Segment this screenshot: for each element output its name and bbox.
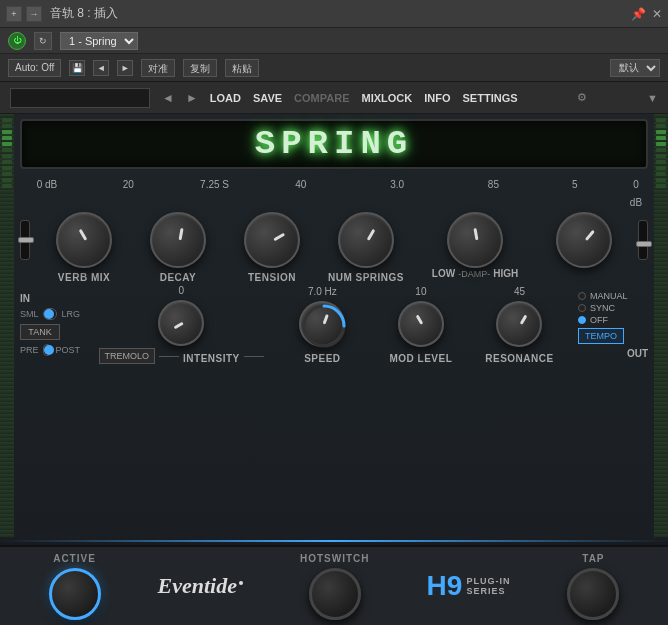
vu-seg bbox=[656, 142, 666, 146]
intensity-knob[interactable] bbox=[158, 300, 204, 346]
mod-level-knob[interactable] bbox=[398, 301, 444, 347]
knob-group-tension: TENSION bbox=[232, 212, 312, 283]
mixlock-btn[interactable]: MIXLOCK bbox=[362, 92, 413, 104]
wave-line bbox=[0, 540, 668, 542]
gear-icon[interactable]: ⚙ bbox=[577, 91, 587, 104]
tension-label: TENSION bbox=[248, 272, 296, 283]
load-btn[interactable]: LOAD bbox=[210, 92, 241, 104]
dui-btn[interactable]: 对准 bbox=[141, 59, 175, 77]
vu-seg bbox=[2, 130, 12, 134]
vu-seg bbox=[656, 136, 666, 140]
save-btn[interactable]: SAVE bbox=[253, 92, 282, 104]
close-button[interactable]: ✕ bbox=[652, 7, 662, 21]
pre-post-toggle[interactable] bbox=[43, 344, 52, 356]
track-name-dropdown[interactable]: 1 - Spring bbox=[60, 32, 138, 50]
arrow-button[interactable]: → bbox=[26, 6, 42, 22]
verb-mix-value: 0 dB bbox=[37, 179, 58, 190]
h9-badge: H9 PLUG-IN SERIES bbox=[427, 570, 511, 602]
hotswitch-knob[interactable] bbox=[309, 568, 361, 620]
decay-knob[interactable] bbox=[150, 212, 206, 268]
cycle-button[interactable]: ↻ bbox=[34, 32, 52, 50]
brand-area: Eventide bbox=[158, 573, 243, 599]
plugin-toolbar: ◄ ► LOAD SAVE COMPARE MIXLOCK INFO SETTI… bbox=[0, 82, 668, 114]
nav-right[interactable]: ► bbox=[186, 91, 198, 105]
vu-seg bbox=[2, 124, 12, 128]
pin-button[interactable]: 📌 bbox=[631, 7, 646, 21]
auto-off-label: Auto: Off bbox=[8, 59, 61, 77]
knob-group-intensity bbox=[141, 300, 221, 346]
display-area: SPRING bbox=[20, 114, 648, 174]
power-button[interactable]: ⏻ bbox=[8, 32, 26, 50]
knob-group-num-springs: NUM SPRINGS bbox=[326, 212, 406, 283]
knob-group-mod-level bbox=[381, 301, 461, 347]
tension-knob[interactable] bbox=[244, 212, 300, 268]
off-radio-dot bbox=[578, 316, 586, 324]
tap-knob[interactable] bbox=[567, 568, 619, 620]
eventide-text: Eventide bbox=[158, 573, 237, 598]
tempo-button[interactable]: TEMPO bbox=[578, 328, 624, 344]
add-button[interactable]: + bbox=[6, 6, 22, 22]
vu-seg bbox=[2, 166, 12, 170]
out-label: OUT bbox=[627, 348, 648, 359]
resonance-value: 45 bbox=[514, 286, 525, 297]
tremolo-line2 bbox=[244, 356, 264, 357]
in-label: IN bbox=[20, 293, 30, 304]
wave-divider bbox=[0, 537, 668, 545]
speed-knob[interactable] bbox=[299, 301, 345, 347]
manual-radio-dot bbox=[578, 292, 586, 300]
dropdown-arrow[interactable]: ▼ bbox=[647, 92, 658, 104]
input-slider[interactable] bbox=[20, 220, 30, 260]
manual-radio-label: MANUAL bbox=[590, 291, 628, 301]
title-bar-icons: + → bbox=[6, 6, 42, 22]
knob-row-1: VERB MIX DECAY TENSION NUM SPRINGS bbox=[20, 212, 648, 283]
vu-seg bbox=[656, 124, 666, 128]
fuzhi-btn[interactable]: 复制 bbox=[183, 59, 217, 77]
default-dropdown[interactable]: 默认 bbox=[610, 59, 660, 77]
knob-group-damp: LOW -DAMP- HIGH bbox=[420, 212, 530, 279]
active-knob[interactable] bbox=[49, 568, 101, 620]
post-label: POST bbox=[55, 345, 80, 355]
vu-seg bbox=[2, 178, 12, 182]
nav-left[interactable]: ◄ bbox=[162, 91, 174, 105]
sml-lrg-toggle[interactable] bbox=[43, 308, 58, 320]
mod-level-label: MOD LEVEL bbox=[389, 353, 452, 364]
zhantie-btn[interactable]: 粘贴 bbox=[225, 59, 259, 77]
vu-strip-left bbox=[0, 114, 14, 545]
vu-seg bbox=[656, 178, 666, 182]
tremolo-line bbox=[159, 356, 179, 357]
intensity-value: 0 bbox=[178, 285, 184, 296]
output-slider[interactable] bbox=[638, 220, 648, 260]
num-springs-knob[interactable] bbox=[338, 212, 394, 268]
speed-label: SPEED bbox=[304, 353, 340, 364]
tap-label: TAP bbox=[582, 553, 604, 564]
search-input[interactable] bbox=[10, 88, 150, 108]
tank-button[interactable]: TANK bbox=[20, 324, 60, 340]
damp-knob[interactable] bbox=[447, 212, 503, 268]
sync-radio[interactable]: SYNC bbox=[578, 303, 628, 313]
resonance-knob[interactable] bbox=[496, 301, 542, 347]
save-icon[interactable]: 💾 bbox=[69, 60, 85, 76]
settings-btn[interactable]: SETTINGS bbox=[463, 92, 518, 104]
vu-seg bbox=[2, 154, 12, 158]
hi-knob[interactable] bbox=[556, 212, 612, 268]
manual-radio[interactable]: MANUAL bbox=[578, 291, 628, 301]
tremolo-button[interactable]: TREMOLO bbox=[99, 348, 156, 364]
compare-btn[interactable]: COMPARE bbox=[294, 92, 349, 104]
plugin-body: SPRING 0 dB 20 7.25 S 40 3.0 85 bbox=[0, 114, 668, 545]
title-bar: + → 音轨 8 : 插入 📌 ✕ bbox=[0, 0, 668, 28]
verb-mix-knob[interactable] bbox=[56, 212, 112, 268]
knob-group-decay: DECAY bbox=[138, 212, 218, 283]
plugin-text: PLUG-IN bbox=[466, 576, 510, 586]
damp-high-label: HIGH bbox=[493, 268, 518, 279]
arrow-right-btn[interactable]: ► bbox=[117, 60, 133, 76]
lrg-label: LRG bbox=[61, 309, 80, 319]
sml-lrg-toggle-row: SML LRG bbox=[20, 308, 80, 320]
off-radio[interactable]: OFF bbox=[578, 315, 628, 325]
arrow-left-btn[interactable]: ◄ bbox=[93, 60, 109, 76]
knob-group-speed bbox=[282, 301, 362, 347]
vu-seg bbox=[656, 172, 666, 176]
track-bar: ⏻ ↻ 1 - Spring bbox=[0, 28, 668, 54]
info-btn[interactable]: INFO bbox=[424, 92, 450, 104]
vu-seg bbox=[656, 154, 666, 158]
active-control: ACTIVE bbox=[49, 553, 101, 620]
